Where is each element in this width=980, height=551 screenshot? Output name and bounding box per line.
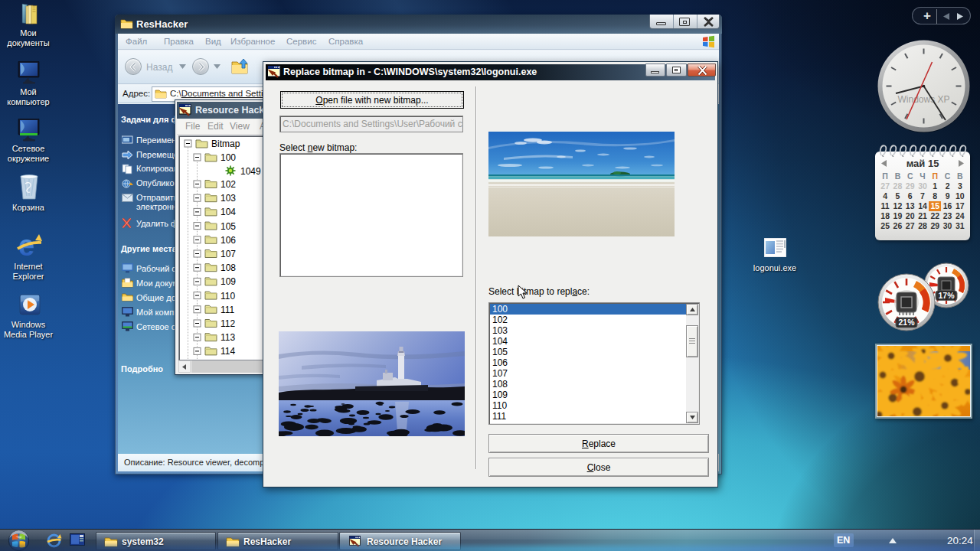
svg-text:114: 114 [220,346,235,357]
svg-text:110: 110 [220,291,235,302]
svg-text:109: 109 [220,276,236,287]
svg-text:21%: 21% [898,318,915,327]
svg-text:Bitmap: Bitmap [211,139,240,149]
svg-text:111: 111 [220,305,235,315]
svg-text:107: 107 [220,249,236,259]
svg-text:Windows XP: Windows XP [897,94,949,105]
svg-text:102: 102 [220,179,236,190]
svg-text:112: 112 [220,318,235,329]
svg-text:113: 113 [220,332,235,343]
svg-text:108: 108 [220,262,236,273]
svg-text:100: 100 [220,152,236,163]
svg-text:17%: 17% [938,291,955,300]
svg-text:103: 103 [220,193,236,204]
svg-text:105: 105 [220,221,236,232]
svg-text:106: 106 [220,235,236,246]
svg-text:104: 104 [220,207,236,217]
